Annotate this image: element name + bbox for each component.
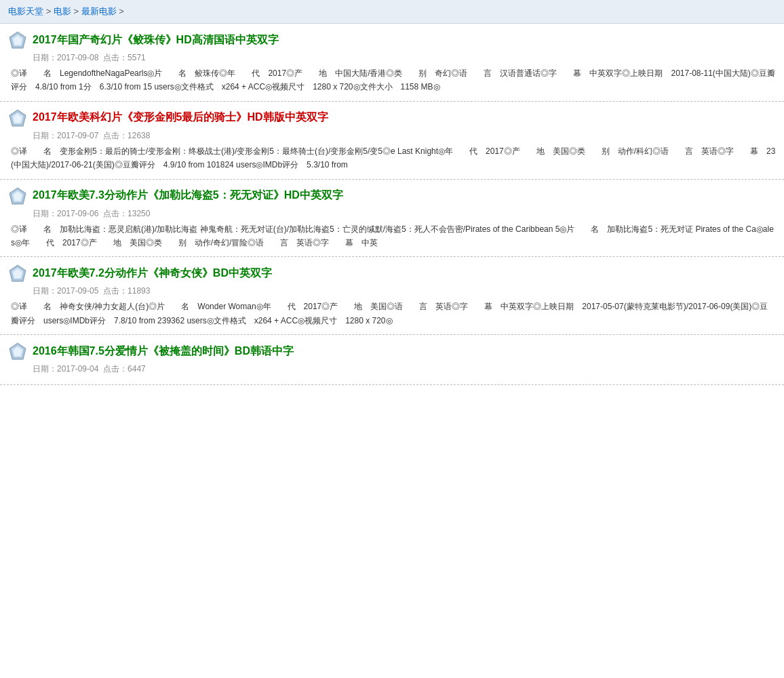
movie-item: 2017年欧美科幻片《变形金刚5最后的骑士》HD韩版中英双字 日期：2017-0… bbox=[0, 102, 784, 180]
movie-meta: 日期：2017-09-04 点击：6447 bbox=[8, 363, 776, 375]
breadcrumb-bar: 电影天堂 > 电影 > 最新电影 > bbox=[0, 0, 784, 24]
breadcrumb-movie[interactable]: 电影 bbox=[54, 6, 71, 16]
movie-title-row: 2017年欧美7.3分动作片《加勒比海盗5：死无对证》HD中英双字 bbox=[8, 186, 776, 205]
movie-item: 2017年国产奇幻片《鲛珠传》HD高清国语中英双字 日期：2017-09-08 … bbox=[0, 24, 784, 102]
movie-meta: 日期：2017-09-08 点击：5571 bbox=[8, 52, 776, 64]
movie-list: 2017年国产奇幻片《鲛珠传》HD高清国语中英双字 日期：2017-09-08 … bbox=[0, 24, 784, 385]
movie-icon bbox=[8, 264, 27, 283]
movie-title-link[interactable]: 2017年欧美7.3分动作片《加勒比海盗5：死无对证》HD中英双字 bbox=[33, 188, 343, 203]
movie-icon bbox=[8, 186, 27, 205]
movie-item: 2017年欧美7.2分动作片《神奇女侠》BD中英双字 日期：2017-09-05… bbox=[0, 257, 784, 335]
movie-meta: 日期：2017-09-06 点击：13250 bbox=[8, 208, 776, 220]
movie-title-link[interactable]: 2016年韩国7.5分爱情片《被掩盖的时间》BD韩语中字 bbox=[33, 344, 294, 359]
movie-icon bbox=[8, 342, 27, 361]
movie-title-link[interactable]: 2017年国产奇幻片《鲛珠传》HD高清国语中英双字 bbox=[33, 33, 279, 47]
movie-title-link[interactable]: 2017年欧美科幻片《变形金刚5最后的骑士》HD韩版中英双字 bbox=[33, 111, 328, 125]
movie-title-row: 2017年国产奇幻片《鲛珠传》HD高清国语中英双字 bbox=[8, 31, 776, 49]
breadcrumb-sep-2: > bbox=[73, 6, 81, 16]
breadcrumb-home[interactable]: 电影天堂 bbox=[8, 6, 43, 16]
movie-meta: 日期：2017-09-07 点击：12638 bbox=[8, 130, 776, 142]
movie-icon bbox=[8, 108, 27, 127]
breadcrumb-sep-1: > bbox=[46, 6, 54, 16]
movie-desc: ◎译 名 加勒比海盗：恶灵启航(港)/加勒比海盗 神鬼奇航：死无对证(台)/加勒… bbox=[8, 222, 776, 250]
movie-title-row: 2016年韩国7.5分爱情片《被掩盖的时间》BD韩语中字 bbox=[8, 342, 776, 361]
movie-title-row: 2017年欧美7.2分动作片《神奇女侠》BD中英双字 bbox=[8, 264, 776, 283]
movie-icon bbox=[8, 31, 27, 49]
movie-title-link[interactable]: 2017年欧美7.2分动作片《神奇女侠》BD中英双字 bbox=[33, 266, 272, 281]
movie-title-row: 2017年欧美科幻片《变形金刚5最后的骑士》HD韩版中英双字 bbox=[8, 108, 776, 127]
breadcrumb-sep-3: > bbox=[119, 6, 124, 16]
movie-desc: ◎译 名 神奇女侠/神力女超人(台)◎片 名 Wonder Woman◎年 代 … bbox=[8, 300, 776, 327]
movie-desc: ◎译 名 变形金刚5：最后的骑士/变形金刚：终极战士(港)/变形金刚5：最终骑士… bbox=[8, 144, 776, 172]
movie-desc: ◎译 名 LegendoftheNagaPearls◎片 名 鲛珠传◎年 代 2… bbox=[8, 66, 776, 94]
breadcrumb-latest[interactable]: 最新电影 bbox=[81, 6, 117, 16]
movie-meta: 日期：2017-09-05 点击：11893 bbox=[8, 285, 776, 297]
movie-item: 2017年欧美7.3分动作片《加勒比海盗5：死无对证》HD中英双字 日期：201… bbox=[0, 180, 784, 258]
movie-item: 2016年韩国7.5分爱情片《被掩盖的时间》BD韩语中字 日期：2017-09-… bbox=[0, 335, 784, 385]
